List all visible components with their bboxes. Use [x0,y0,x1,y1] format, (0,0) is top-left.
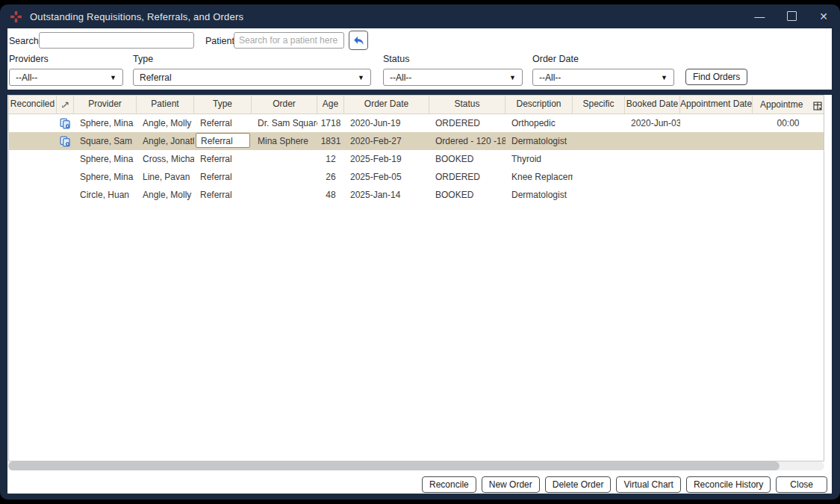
cell-booked-date [625,150,680,168]
table-row[interactable]: Sphere, Mina Cross, Michael Referral 12 … [9,150,824,168]
order-date-label: Order Date [532,54,579,64]
copy-pages-icon[interactable] [57,114,74,132]
order-date-select-value: --All-- [539,72,561,83]
chevron-down-icon: ▼ [509,74,516,81]
column-header-order[interactable]: Order [252,96,317,113]
virtual-chart-button[interactable]: Virtual Chart [616,476,680,493]
patient-label: Patient [205,36,234,46]
cell-age: 48 [317,186,344,204]
table-row[interactable]: Sphere, Mina Angle, Molly Referral Dr. S… [9,114,824,132]
cell-type: Referral [194,114,252,132]
table-row-selected[interactable]: Square, Sam Angle, Jonathan Referral Min… [9,132,824,150]
type-select-value: Referral [140,72,172,83]
cell-patient: Angle, Molly [137,186,194,204]
footer-actions: Reconcile New Order Delete Order Virtual… [7,476,827,493]
cell-description: Knee Replacement [505,168,573,186]
cell-order: Mina Sphere [252,132,317,150]
column-header-patient[interactable]: Patient [137,96,194,113]
cell-appointment-date [680,114,753,132]
cell-appointment-date [680,168,753,186]
cell-status: BOOKED [429,186,505,204]
cell-reconciled [9,150,57,168]
column-chooser-icon[interactable] [813,99,822,113]
cell-appointment-time [753,150,824,168]
table-row[interactable]: Sphere, Mina Line, Pavan Referral 26 202… [9,168,824,186]
delete-order-button[interactable]: Delete Order [545,476,612,493]
cell-type: Referral [194,168,252,186]
column-header-appointment-time-label: Appointme [760,96,803,113]
reconcile-history-button[interactable]: Reconcile History [686,476,771,493]
cell-status: ORDERED [429,114,505,132]
cell-provider: Circle, Huan [74,186,137,204]
cell-type-editing[interactable]: Referral [194,132,252,150]
table-header-row: Reconciled Provider Patient Type Order A… [9,96,824,114]
column-header-age[interactable]: Age [317,96,344,113]
cell-type: Referral [194,186,252,204]
new-order-button[interactable]: New Order [482,476,540,493]
back-arrow-button[interactable] [349,31,368,50]
cell-description: Thyroid [505,150,573,168]
cell-patient: Angle, Molly [137,114,194,132]
status-label: Status [383,54,409,64]
cell-order-date: 2020-Feb-27 [344,132,429,150]
column-header-appointment-time[interactable]: Appointme [753,96,824,113]
cell-status: Ordered - 120 -180 [429,132,505,150]
cell-appointment-time [753,168,824,186]
cell-patient: Line, Pavan [137,168,194,186]
cell-booked-date [625,132,680,150]
cell-icon-empty [57,186,74,204]
type-label: Type [133,54,153,64]
horizontal-scrollbar[interactable] [8,461,824,470]
table-row[interactable]: Circle, Huan Angle, Molly Referral 48 20… [9,186,824,204]
close-dialog-button[interactable]: Close [776,476,827,493]
column-header-description[interactable]: Description [505,96,573,113]
chevron-down-icon: ▼ [661,74,668,81]
type-edit-box[interactable]: Referral [196,133,250,148]
search-input[interactable] [39,32,194,49]
type-select[interactable]: Referral ▼ [133,69,371,86]
cell-icon-empty [57,168,74,186]
column-header-reconciled[interactable]: Reconciled [9,96,57,113]
close-button[interactable]: ✕ [819,11,828,22]
order-date-select[interactable]: --All-- ▼ [532,69,674,86]
cell-reconciled [9,132,57,150]
column-header-appointment-date[interactable]: Appointment Date [680,96,753,113]
reconcile-button[interactable]: Reconcile [422,476,476,493]
find-orders-button[interactable]: Find Orders [685,69,747,85]
cell-order-date: 2020-Jun-19 [344,114,429,132]
scrollbar-thumb[interactable] [8,461,780,470]
providers-label: Providers [9,54,49,64]
cell-provider: Sphere, Mina [74,150,137,168]
cell-provider: Sphere, Mina [74,168,137,186]
maximize-button[interactable] [787,11,797,22]
window-title: Outstanding Requisitions, Referrals, and… [30,11,243,22]
column-header-type[interactable]: Type [194,96,252,113]
chevron-down-icon: ▼ [110,74,116,81]
cell-icon-empty [57,150,74,168]
cell-booked-date: 2020-Jun-03 [625,114,680,132]
column-header-status[interactable]: Status [429,96,505,113]
column-header-specific[interactable]: Specific [573,96,625,113]
patient-search-input[interactable] [234,32,344,49]
cell-reconciled [9,114,57,132]
column-header-provider[interactable]: Provider [74,96,137,113]
minimize-button[interactable]: — [754,11,765,22]
cell-order [252,150,317,168]
orders-table: Reconciled Provider Patient Type Order A… [8,95,824,461]
section-divider [0,90,840,95]
cell-type: Referral [194,150,252,168]
cell-order-date: 2025-Jan-14 [344,186,429,204]
cell-order: Dr. Sam Square [252,114,317,132]
cell-status: ORDERED [429,168,505,186]
cell-booked-date [625,168,680,186]
providers-select[interactable]: --All-- ▼ [9,69,123,86]
cell-booked-date [625,186,680,204]
column-header-booked-date[interactable]: Booked Date [625,96,680,113]
cell-patient: Angle, Jonathan [137,132,194,150]
cell-patient: Cross, Michael [137,150,194,168]
status-select[interactable]: --All-- ▼ [383,69,523,86]
copy-pages-icon[interactable] [57,132,74,150]
column-header-marker[interactable] [57,96,74,113]
column-header-order-date[interactable]: Order Date [344,96,429,113]
cell-status: BOOKED [429,150,505,168]
